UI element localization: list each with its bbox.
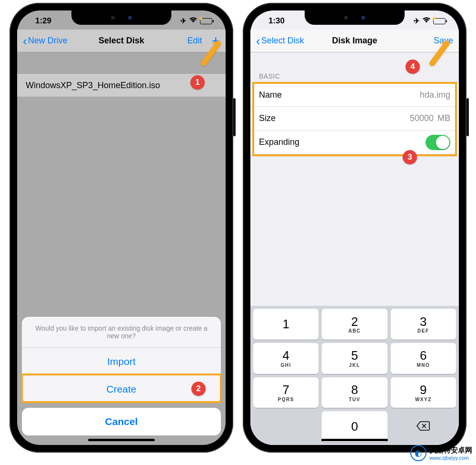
watermark-logo-icon: ◐ <box>410 445 426 461</box>
watermark-url: www.zjbstyy.com <box>429 455 472 461</box>
settings-group: Name hda.img Size 50000 MB Expanding <box>250 83 459 154</box>
key-3[interactable]: 3DEF <box>391 309 456 340</box>
size-row[interactable]: Size 50000 MB <box>250 107 459 131</box>
numeric-keypad: 1 2ABC 3DEF 4GHI 5JKL 6MNO 7PQRS 8TUV 9W… <box>250 306 459 445</box>
key-4[interactable]: 4GHI <box>253 343 318 374</box>
action-sheet: Would you like to import an existing dis… <box>22 317 221 435</box>
annotation-1: 1 <box>190 75 205 90</box>
battery-icon: ⚡ <box>200 18 212 24</box>
size-unit: MB <box>437 113 450 123</box>
key-9[interactable]: 9WXYZ <box>391 377 456 408</box>
wifi-icon <box>189 16 198 26</box>
section-header-basic: BASIC <box>259 72 280 80</box>
size-label: Size <box>259 113 276 123</box>
annotation-4: 4 <box>406 60 420 74</box>
back-button[interactable]: ‹ Select Disk <box>256 35 308 47</box>
import-button[interactable]: Import <box>22 348 221 375</box>
battery-icon: ⚡ <box>433 18 446 24</box>
name-value: hda.img <box>420 90 450 100</box>
airplane-mode-icon: ✈ <box>414 17 420 25</box>
annotation-3: 3 <box>403 150 417 164</box>
notch <box>71 10 171 25</box>
home-indicator[interactable] <box>88 439 155 441</box>
key-5[interactable]: 5JKL <box>322 343 387 374</box>
key-delete[interactable] <box>391 411 456 442</box>
wifi-icon <box>422 16 431 26</box>
back-label: New Drive <box>28 36 68 46</box>
nav-bar: ‹ New Drive Select Disk Edit + <box>17 30 226 52</box>
expanding-label: Expanding <box>259 137 299 147</box>
key-7[interactable]: 7PQRS <box>253 377 318 408</box>
chevron-left-icon: ‹ <box>256 35 260 47</box>
expanding-switch[interactable] <box>426 135 450 150</box>
home-indicator[interactable] <box>321 439 388 441</box>
key-1[interactable]: 1 <box>253 309 318 340</box>
watermark: ◐ 贝斯特安卓网 www.zjbstyy.com <box>410 445 472 461</box>
size-value: 50000 <box>410 113 434 123</box>
status-time: 1:30 <box>268 16 285 26</box>
key-2[interactable]: 2ABC <box>322 309 387 340</box>
airplane-mode-icon: ✈ <box>180 17 187 25</box>
phone-left: 1:29 ✈ ⚡ ‹ New Drive Select Disk Edit + … <box>10 3 233 453</box>
watermark-title: 贝斯特安卓网 <box>429 446 472 455</box>
name-label: Name <box>259 90 282 100</box>
key-0[interactable]: 0 <box>322 411 387 442</box>
sheet-message: Would you like to import an existing dis… <box>22 317 221 348</box>
back-label: Select Disk <box>261 36 304 46</box>
annotation-arrow-1 <box>199 37 223 68</box>
backspace-icon <box>416 421 430 433</box>
notch <box>305 10 405 25</box>
screen-left: 1:29 ✈ ⚡ ‹ New Drive Select Disk Edit + … <box>17 10 226 445</box>
back-button[interactable]: ‹ New Drive <box>23 35 75 47</box>
screen-right: 1:30 ✈ ⚡ ‹ Select Disk Disk Image Save B… <box>250 10 459 445</box>
status-time: 1:29 <box>35 16 51 26</box>
expanding-row: Expanding <box>250 131 459 154</box>
name-row[interactable]: Name hda.img <box>250 83 459 107</box>
key-blank <box>253 411 318 442</box>
annotation-2: 2 <box>191 382 206 396</box>
annotation-arrow-4 <box>427 37 451 68</box>
disk-file-name: WindowsXP_SP3_HomeEdition.iso <box>26 81 160 91</box>
key-8[interactable]: 8TUV <box>322 377 387 408</box>
phone-right: 1:30 ✈ ⚡ ‹ Select Disk Disk Image Save B… <box>243 3 466 453</box>
key-6[interactable]: 6MNO <box>391 343 456 374</box>
chevron-left-icon: ‹ <box>23 35 27 47</box>
cancel-button[interactable]: Cancel <box>22 408 221 435</box>
